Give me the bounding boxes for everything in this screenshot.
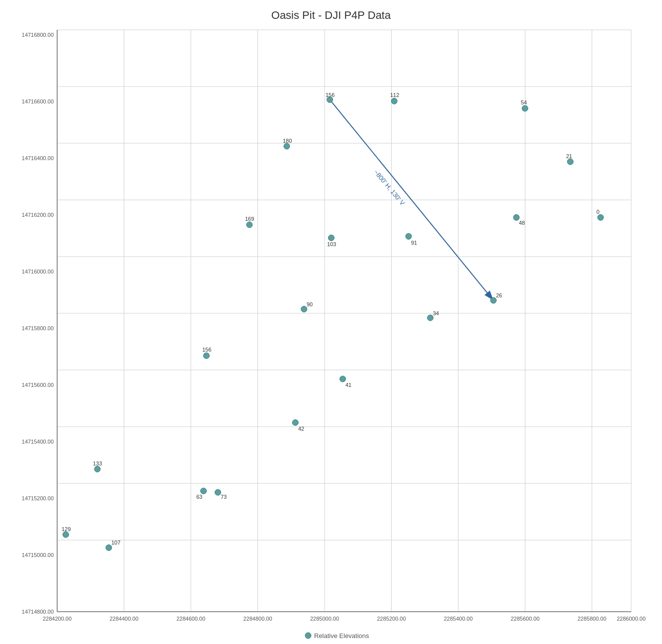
data-point-54 <box>522 105 528 111</box>
label-54: 54 <box>521 99 527 105</box>
data-point-41 <box>340 376 346 382</box>
x-tick-0: 2284200.00 <box>43 616 72 622</box>
y-tick-1: 14715000.00 <box>22 552 54 558</box>
y-tick-3: 14715400.00 <box>22 439 54 445</box>
y-tick-7: 14716200.00 <box>22 212 54 218</box>
x-tick-1: 2284400.00 <box>109 616 138 622</box>
data-point-91 <box>406 233 412 239</box>
data-point-169 <box>247 222 252 228</box>
data-point-73 <box>215 489 221 495</box>
label-48: 48 <box>519 220 525 226</box>
label-26: 26 <box>496 292 502 298</box>
label-180: 180 <box>283 138 292 144</box>
data-point-133 <box>94 466 100 472</box>
label-156-bottom: 156 <box>202 347 211 353</box>
label-133: 133 <box>93 460 102 466</box>
x-tick-9: 2286000.00 <box>617 616 646 622</box>
data-point-90 <box>301 306 307 312</box>
data-point-34 <box>427 315 433 321</box>
legend-dot <box>305 633 311 639</box>
label-73: 73 <box>221 494 227 500</box>
data-point-63 <box>201 488 207 494</box>
data-point-26 <box>491 297 496 303</box>
legend-label: Relative Elevations <box>314 632 369 640</box>
label-63: 63 <box>196 494 202 500</box>
y-tick-5: 14715800.00 <box>22 325 54 331</box>
data-point-107 <box>106 545 112 551</box>
data-point-42 <box>292 420 298 426</box>
y-tick-4: 14715600.00 <box>22 382 54 388</box>
label-107: 107 <box>111 540 120 546</box>
data-point-180 <box>284 143 290 149</box>
x-tick-2: 2284600.00 <box>176 616 205 622</box>
y-tick-2: 14715200.00 <box>22 495 54 501</box>
y-tick-0: 14714800.00 <box>22 609 54 615</box>
data-point-0 <box>597 214 603 220</box>
label-90: 90 <box>307 301 313 307</box>
y-tick-9: 14716600.00 <box>22 98 54 104</box>
label-103: 103 <box>327 241 336 247</box>
y-tick-8: 14716400.00 <box>22 155 54 161</box>
chart-container: Oasis Pit - DJI P4P Data 2284200.00 2 <box>0 0 662 644</box>
label-21: 21 <box>566 153 572 159</box>
label-42: 42 <box>298 426 304 432</box>
x-tick-8: 2285800.00 <box>578 616 606 622</box>
data-point-112 <box>391 98 397 104</box>
label-0: 0 <box>596 209 599 215</box>
label-112: 112 <box>390 92 399 98</box>
x-tick-6: 2285400.00 <box>444 616 473 622</box>
label-91: 91 <box>411 240 417 246</box>
label-129: 129 <box>62 526 71 532</box>
x-tick-5: 2285200.00 <box>377 616 406 622</box>
data-point-129 <box>63 532 69 538</box>
data-point-21 <box>568 159 574 165</box>
main-chart: Oasis Pit - DJI P4P Data 2284200.00 2 <box>0 0 662 644</box>
data-point-103 <box>329 235 334 241</box>
label-34: 34 <box>433 310 439 316</box>
chart-title: Oasis Pit - DJI P4P Data <box>271 9 391 21</box>
label-41: 41 <box>345 382 351 388</box>
x-tick-3: 2284800.00 <box>243 616 272 622</box>
label-169: 169 <box>245 216 254 222</box>
data-point-156-bottom <box>203 353 209 359</box>
x-tick-4: 2285000.00 <box>310 616 339 622</box>
y-tick-6: 14716000.00 <box>22 269 54 275</box>
y-tick-10: 14716800.00 <box>22 32 54 38</box>
label-156-top: 156 <box>326 92 334 98</box>
x-tick-7: 2285600.00 <box>510 616 539 622</box>
